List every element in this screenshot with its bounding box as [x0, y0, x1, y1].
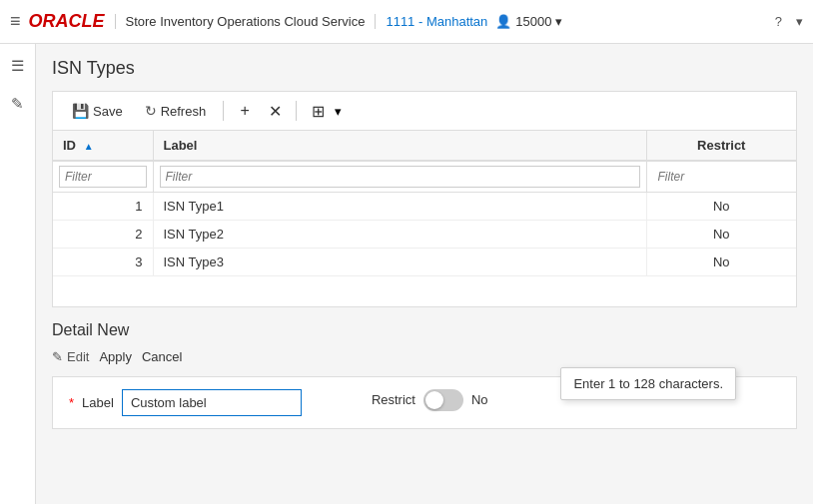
- save-icon: 💾: [72, 103, 89, 119]
- col-restrict-header[interactable]: Restrict: [646, 131, 796, 161]
- apply-button[interactable]: Apply: [99, 349, 132, 364]
- add-button[interactable]: +: [232, 98, 258, 124]
- main-content: ISN Types 💾 Save ↻ Refresh + ✕ ⊞ ▾: [36, 44, 813, 504]
- isn-types-table: ID ▲ Label Restrict: [52, 130, 797, 307]
- delete-icon: ✕: [269, 102, 282, 121]
- add-icon: +: [241, 102, 250, 120]
- row2-label: ISN Type2: [153, 221, 646, 249]
- user-dropdown-icon[interactable]: ▾: [555, 14, 562, 29]
- restrict-field: Restrict No: [372, 389, 488, 411]
- hamburger-icon[interactable]: ≡: [10, 11, 21, 32]
- oracle-logo: ORACLE: [29, 11, 105, 32]
- label-field-input[interactable]: [122, 389, 302, 416]
- label-field: * Label: [69, 389, 302, 416]
- toolbar: 💾 Save ↻ Refresh + ✕ ⊞ ▾: [52, 91, 797, 130]
- row1-id: 1: [53, 193, 153, 221]
- row3-label: ISN Type3: [153, 249, 646, 276]
- toolbar-divider-2: [296, 101, 297, 121]
- edit-label: Edit: [67, 349, 89, 364]
- detail-section: Detail New ✎ Edit Apply Cancel * Label: [52, 321, 797, 429]
- user-info[interactable]: 👤 15000 ▾: [495, 14, 562, 29]
- top-bar: ≡ ORACLE Store Inventory Operations Clou…: [0, 0, 813, 44]
- restrict-filter-input[interactable]: [653, 167, 791, 187]
- row1-label: ISN Type1: [153, 193, 646, 221]
- user-count: 15000: [515, 14, 551, 29]
- refresh-icon: ↻: [145, 103, 157, 119]
- restrict-value: No: [471, 392, 488, 407]
- save-label: Save: [93, 104, 123, 119]
- id-filter-input[interactable]: [59, 166, 147, 188]
- detail-toolbar: ✎ Edit Apply Cancel: [52, 349, 797, 364]
- main-layout: ☰ ✎ ISN Types 💾 Save ↻ Refresh + ✕ ⊞: [0, 44, 813, 504]
- row1-restrict: No: [646, 193, 796, 221]
- detail-form: * Label Restrict No Enter 1 to 128 chara…: [52, 376, 797, 429]
- col-label-header[interactable]: Label: [153, 131, 646, 161]
- cancel-button[interactable]: Cancel: [142, 349, 182, 364]
- app-title: Store Inventory Operations Cloud Service: [115, 14, 366, 29]
- restrict-toggle[interactable]: [423, 389, 463, 411]
- row3-restrict: No: [646, 249, 796, 276]
- edit-button[interactable]: ✎ Edit: [52, 349, 89, 364]
- settings-dropdown-icon[interactable]: ▾: [796, 14, 803, 29]
- restrict-label: Restrict: [372, 392, 415, 407]
- row3-id: 3: [53, 249, 153, 276]
- required-star: *: [69, 395, 74, 410]
- delete-button[interactable]: ✕: [262, 98, 288, 124]
- sidebar-icon-menu[interactable]: ☰: [4, 52, 32, 80]
- user-icon: 👤: [495, 14, 511, 29]
- toggle-knob: [425, 391, 443, 409]
- sort-icon-id: ▲: [84, 141, 94, 152]
- refresh-label: Refresh: [161, 104, 207, 119]
- label-field-label: Label: [82, 395, 114, 410]
- sidebar-icon-edit[interactable]: ✎: [4, 90, 32, 118]
- empty-row: [53, 276, 796, 306]
- table-row[interactable]: 2 ISN Type2 No: [53, 221, 796, 249]
- edit-icon: ✎: [52, 349, 63, 364]
- table-row[interactable]: 3 ISN Type3 No: [53, 249, 796, 276]
- top-bar-left: ≡ ORACLE Store Inventory Operations Clou…: [10, 11, 562, 32]
- detail-title: Detail New: [52, 321, 797, 339]
- grid-view-button[interactable]: ⊞: [305, 98, 331, 124]
- grid-dropdown-icon[interactable]: ▾: [335, 104, 342, 119]
- row2-restrict: No: [646, 221, 796, 249]
- label-filter-input[interactable]: [160, 166, 640, 188]
- sidebar: ☰ ✎: [0, 44, 36, 504]
- table-row[interactable]: 1 ISN Type1 No: [53, 193, 796, 221]
- filter-row: [53, 161, 796, 193]
- row2-id: 2: [53, 221, 153, 249]
- toolbar-divider: [223, 101, 224, 121]
- help-icon[interactable]: ?: [775, 14, 782, 29]
- refresh-button[interactable]: ↻ Refresh: [136, 98, 216, 124]
- col-id-header[interactable]: ID ▲: [53, 131, 153, 161]
- save-button[interactable]: 💾 Save: [63, 98, 132, 124]
- grid-icon: ⊞: [312, 102, 325, 121]
- top-bar-right: ? ▾: [775, 14, 803, 29]
- tooltip: Enter 1 to 128 characters.: [560, 367, 736, 400]
- page-title: ISN Types: [52, 58, 797, 79]
- store-info: 1111 - Manhattan: [375, 14, 487, 29]
